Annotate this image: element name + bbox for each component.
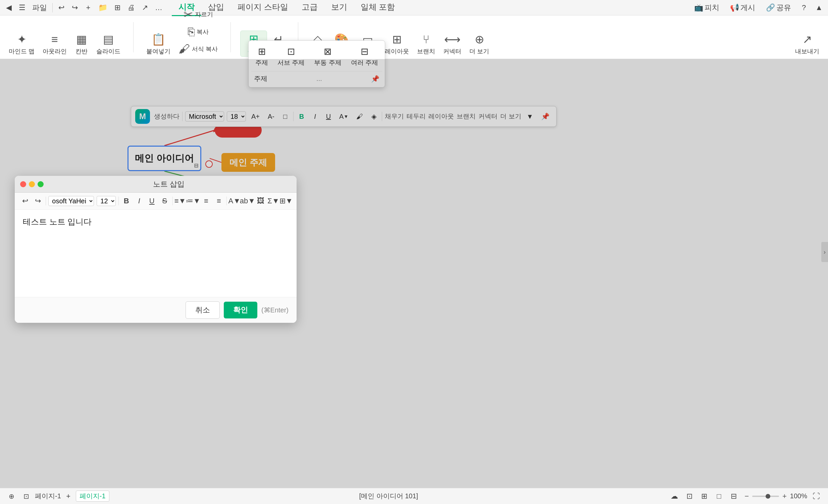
paste-label: 붙여넣기 — [146, 47, 170, 55]
cancel-button[interactable]: 취소 — [185, 301, 220, 319]
dialog-font-select[interactable]: osoft YaHei — [48, 196, 94, 206]
dialog-title-label: 노트 삽입 — [46, 179, 291, 189]
table-button[interactable]: ⊞ — [111, 2, 123, 14]
export-ribbon-button[interactable]: ↗ 내보내기 — [792, 31, 823, 57]
statusbar: ⊕ ⊡ 페이지-1 + 페이지-1 [메인 아이디어 101] ☁ ⊡ ⊞ □ … — [0, 488, 828, 504]
cut-label: 자르기 — [195, 10, 213, 18]
tab-view[interactable]: 보기 — [324, 0, 354, 16]
cut-button[interactable]: ✂ 자르기 — [175, 6, 221, 23]
dialog-bold-button[interactable]: B — [121, 195, 131, 207]
maximize-dot[interactable] — [38, 181, 44, 187]
layout-icon: ⊞ — [392, 33, 402, 46]
dropdown-subtopic-icon: ⊡ — [287, 46, 295, 57]
zoom-level-label: 100% — [790, 492, 807, 500]
tab-advanced[interactable]: 고급 — [295, 0, 324, 16]
tab-all-include[interactable]: 일체 포함 — [354, 0, 402, 16]
branch-button[interactable]: ⑂ 브랜치 — [414, 32, 439, 57]
dialog-list-button[interactable]: ≔▼ — [188, 195, 198, 207]
statusbar-frame-button[interactable]: □ — [713, 490, 725, 502]
minimize-dot[interactable] — [29, 181, 35, 187]
outline-button[interactable]: ≡ 아웃라인 — [39, 32, 70, 57]
zoom-thumb — [765, 494, 770, 499]
dialog-image-button[interactable]: 🖼 — [256, 195, 266, 207]
note-dialog: 노트 삽입 ↩ ↪ osoft YaHei 12 B I U S ≡▼ ≔▼ ≡… — [15, 176, 297, 323]
format-copy-button[interactable]: 🖌 서식 복사 — [175, 41, 221, 57]
export-group: ↗ 내보내기 — [792, 31, 823, 57]
statusbar-grid-button[interactable]: ⊞ — [698, 490, 710, 502]
layout-button[interactable]: ⊞ 레이아웃 — [381, 31, 412, 57]
new-button[interactable]: + — [82, 2, 94, 14]
dialog-align-left-button[interactable]: ≡▼ — [175, 195, 185, 207]
copy-button[interactable]: ⎘ 복사 — [175, 24, 221, 40]
undo-button[interactable]: ↩ — [55, 2, 68, 14]
help-button[interactable]: ? — [798, 2, 810, 13]
branch-icon: ⑂ — [423, 33, 429, 46]
statusbar-center: [메인 아이디어 101] — [113, 492, 664, 501]
top-bar: ◀ ☰ 파일 ↩ ↪ + 📁 ⊞ 🖨 ↗ … 시작 삽입 페이지 스타일 고급 … — [0, 0, 828, 15]
dialog-formula-button[interactable]: Σ▼ — [268, 195, 279, 207]
dialog-case-button[interactable]: ab▼ — [242, 195, 253, 207]
fullscreen-button[interactable]: ⛶ — [810, 490, 823, 502]
slide-label: 슬라이드 — [96, 47, 120, 55]
clipboard-ribbon-group: 📋 붙여넣기 ✂ 자르기 ⎘ 복사 🖌 서식 복사 — [143, 6, 221, 57]
share-button[interactable]: 🔗 공유 — [762, 1, 795, 14]
split-button[interactable]: ⊡ — [20, 490, 32, 502]
slide-button[interactable]: ▤ 슬라이드 — [93, 31, 124, 57]
dialog-underline-button[interactable]: U — [147, 195, 157, 207]
dialog-content-area[interactable]: 테스트 노트 입니다 — [15, 210, 297, 297]
dropdown-topic-icon: ⊞ — [258, 46, 266, 57]
dialog-align-right-button[interactable]: ≡ — [214, 195, 224, 207]
dialog-redo-button[interactable]: ↪ — [33, 195, 43, 207]
add-page-button[interactable]: + — [63, 490, 75, 502]
dialog-color-button[interactable]: A▼ — [230, 195, 240, 207]
zoom-slider[interactable] — [752, 496, 779, 497]
pitch-button[interactable]: 📺 피치 — [690, 1, 723, 14]
mindmap-label: 마인드 맵 — [9, 47, 35, 55]
info-label: [메인 아이디어 101] — [359, 492, 418, 501]
menu-button[interactable]: ☰ — [16, 2, 28, 14]
kanban-button[interactable]: ▦ 칸반 — [72, 31, 92, 57]
back-button[interactable]: ◀ — [3, 2, 15, 14]
top-right-actions: 📺 피치 📢 게시 🔗 공유 ? ▲ — [690, 1, 825, 14]
dialog-content-text: 테스트 노트 입니다 — [23, 217, 92, 226]
divider-1 — [52, 3, 53, 12]
collapse-right-button[interactable]: ▲ — [813, 2, 825, 14]
outline-icon: ≡ — [51, 33, 58, 46]
file-button[interactable]: 파일 — [30, 2, 50, 14]
view-ribbon-group: ✦ 마인드 맵 ≡ 아웃라인 ▦ 칸반 ▤ 슬라이드 — [5, 31, 124, 57]
more-view-label: 더 보기 — [469, 47, 489, 55]
statusbar-expand-button[interactable]: ⊟ — [728, 490, 740, 502]
dialog-italic-button[interactable]: I — [134, 195, 144, 207]
confirm-button[interactable]: 확인 — [224, 302, 257, 319]
export-ribbon-icon: ↗ — [802, 33, 812, 46]
zoom-plus-button[interactable]: + — [780, 491, 789, 501]
active-page-tag[interactable]: 페이지-1 — [76, 491, 109, 502]
dialog-strike-button[interactable]: S — [160, 195, 170, 207]
dialog-size-select[interactable]: 12 — [97, 196, 116, 206]
dialog-table-button[interactable]: ⊞▼ — [281, 195, 291, 207]
mindmap-button[interactable]: ✦ 마인드 맵 — [5, 31, 38, 57]
copy-label: 복사 — [197, 28, 209, 36]
redo-button[interactable]: ↪ — [69, 2, 81, 14]
close-dot[interactable] — [20, 181, 26, 187]
branch-label: 브랜치 — [417, 47, 435, 55]
dialog-align-center-button[interactable]: ≡ — [201, 195, 211, 207]
dropdown-multi-icon: ⊟ — [361, 46, 368, 57]
dialog-undo-button[interactable]: ↩ — [20, 195, 30, 207]
ribbon: ✦ 마인드 맵 ≡ 아웃라인 ▦ 칸반 ▤ 슬라이드 📋 붙여넣기 — [0, 15, 828, 59]
mindmap-icon: ✦ — [17, 33, 27, 46]
connector-button[interactable]: ⟷ 커넥터 — [440, 31, 465, 57]
ribbon-sep-1 — [133, 22, 133, 52]
statusbar-cloud-button[interactable]: ☁ — [668, 490, 681, 502]
open-button[interactable]: 📁 — [96, 2, 110, 14]
more-view-button[interactable]: ⊕ 더 보기 — [466, 31, 493, 57]
print-button[interactable]: 🖨 — [125, 2, 137, 14]
zoom-control: − + 100% — [742, 491, 807, 501]
zoom-minus-button[interactable]: − — [742, 491, 751, 501]
tab-page-style[interactable]: 페이지 스타일 — [231, 0, 295, 16]
paste-button[interactable]: 📋 붙여넣기 — [143, 31, 174, 57]
statusbar-split-button[interactable]: ⊡ — [684, 490, 696, 502]
outline-label: 아웃라인 — [43, 47, 67, 55]
announce-button[interactable]: 📢 게시 — [726, 1, 759, 14]
layers-button[interactable]: ⊕ — [5, 490, 17, 502]
